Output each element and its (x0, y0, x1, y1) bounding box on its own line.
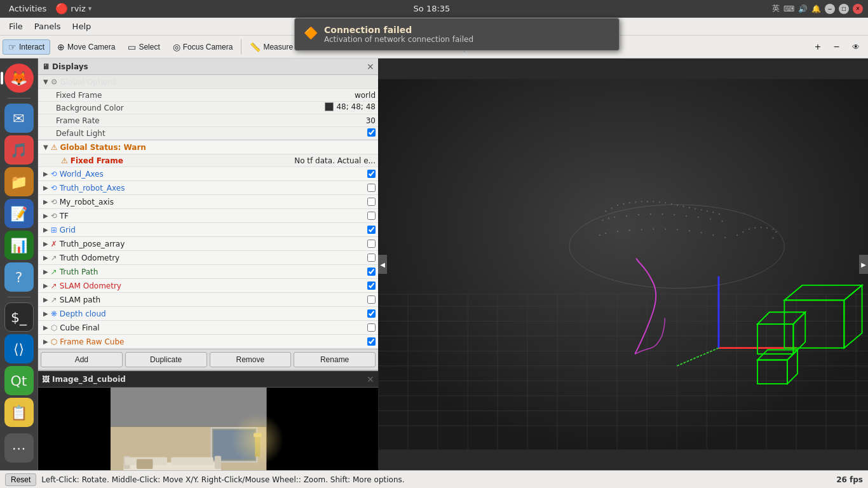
item-icon: ⟲ (51, 212, 57, 220)
rviz-dropdown[interactable]: ▾ (88, 4, 92, 13)
svg-rect-61 (707, 210, 708, 212)
item-checkbox[interactable] (367, 295, 376, 304)
item-checkbox[interactable] (367, 226, 376, 234)
menu-help[interactable]: Help (67, 20, 97, 33)
svg-rect-96 (773, 238, 774, 239)
display-item[interactable]: ▶ ⊞ Grid (38, 223, 378, 237)
display-item[interactable]: ▶ ↗ Truth Odometry (38, 251, 378, 265)
window-minimize[interactable]: – (825, 4, 835, 14)
item-checkbox[interactable] (367, 198, 376, 206)
item-expand[interactable]: ▶ (43, 212, 48, 219)
display-item[interactable]: ▶ ⬡ Frame Raw Cube (38, 335, 378, 349)
global-status-expand[interactable]: ▼ (43, 144, 48, 151)
display-item[interactable]: ▶ ⟲ World_Axes (38, 167, 378, 181)
sidebar-rhythmbox[interactable]: 🎵 (4, 135, 34, 165)
display-item[interactable]: ▶ ↗ SLAM path (38, 293, 378, 307)
display-item[interactable]: ▶ ↗ Truth Path (38, 265, 378, 279)
sidebar-apps[interactable]: ⋯ (4, 433, 34, 463)
activities-button[interactable]: Activities (5, 4, 50, 13)
displays-panel-close[interactable]: ✕ (367, 62, 374, 72)
menu-file[interactable]: File (4, 20, 28, 33)
sidebar-notes[interactable]: 📋 (4, 398, 34, 427)
rename-button[interactable]: Rename (294, 352, 376, 367)
display-item[interactable]: ▶ ⟲ TF (38, 209, 378, 223)
display-item[interactable]: ▶ ✗ Truth_pose_array (38, 237, 378, 251)
item-expand[interactable]: ▶ (43, 338, 48, 345)
item-expand[interactable]: ▶ (43, 184, 48, 191)
sidebar-vscode[interactable]: ⟨⟩ (4, 334, 34, 363)
item-checkbox[interactable] (367, 281, 376, 290)
reset-button[interactable]: Reset (5, 473, 36, 486)
display-item[interactable]: ▶ ⟲ My_robot_axis (38, 195, 378, 209)
3d-viewport[interactable]: ◀ ▶ (378, 58, 868, 470)
svg-rect-78 (617, 231, 618, 232)
svg-rect-70 (662, 214, 663, 215)
item-expand[interactable]: ▶ (43, 296, 48, 303)
item-checkbox[interactable] (367, 240, 376, 248)
system-bar-right: 英 ⌨ 🔊 🔔 – □ × (772, 3, 863, 14)
sidebar-files[interactable]: 🦊 (4, 64, 34, 93)
sidebar-help[interactable]: ? (4, 262, 34, 292)
item-expand[interactable]: ▶ (43, 324, 48, 331)
tool-interact[interactable]: ☞ Interact (3, 39, 50, 55)
displays-scroll[interactable]: ▼ ⚙ Global Options Fixed Frame world Bac… (38, 75, 378, 349)
display-item[interactable]: ▶ ↗ SLAM Odometry (38, 279, 378, 293)
image-panel-close[interactable]: ✕ (367, 374, 374, 384)
item-expand[interactable]: ▶ (43, 170, 48, 177)
svg-rect-95 (775, 231, 776, 233)
item-expand[interactable]: ▶ (43, 198, 48, 205)
item-icon: ❋ (51, 309, 57, 318)
svg-rect-74 (710, 219, 711, 220)
item-expand[interactable]: ▶ (43, 254, 48, 261)
window-maximize[interactable]: □ (839, 4, 849, 14)
tool-camera-view[interactable]: 👁 (846, 40, 865, 54)
item-checkbox[interactable] (367, 212, 376, 220)
sidebar-terminal[interactable]: $_ (4, 302, 34, 332)
item-checkbox[interactable] (367, 170, 376, 178)
tool-add[interactable]: + (809, 39, 826, 55)
display-item[interactable]: ▶ ⬡ Cube Final (38, 321, 378, 335)
window-close[interactable]: × (853, 4, 863, 14)
svg-rect-55 (671, 203, 672, 205)
sidebar-email[interactable]: ✉ (4, 104, 34, 133)
collapse-left-arrow[interactable]: ◀ (378, 255, 387, 274)
bg-color-text: 48; 48; 48 (336, 102, 376, 111)
global-status-row[interactable]: ▼ ⚠ Global Status: Warn (38, 140, 378, 154)
sidebar-files2[interactable]: 📁 (4, 167, 34, 196)
sidebar-qt[interactable]: Qt (4, 366, 34, 395)
item-checkbox[interactable] (367, 337, 376, 346)
collapse-right-arrow[interactable]: ▶ (859, 255, 868, 274)
menu-panels[interactable]: Panels (29, 20, 66, 33)
global-options-row[interactable]: ▼ ⚙ Global Options (38, 75, 378, 89)
item-checkbox[interactable] (367, 309, 376, 318)
tool-focus-camera[interactable]: ◎ Focus Camera (167, 39, 239, 55)
tool-measure[interactable]: 📏 Measure (244, 39, 299, 55)
item-expand[interactable]: ▶ (43, 240, 48, 247)
tool-move-camera[interactable]: ⊕ Move Camera (51, 39, 121, 55)
global-options-expand[interactable]: ▼ (43, 78, 48, 85)
display-item[interactable]: ▶ ❋ Depth cloud (38, 307, 378, 321)
add-button[interactable]: Add (41, 352, 123, 367)
sidebar-writer[interactable]: 📝 (4, 199, 34, 228)
item-expand[interactable]: ▶ (43, 310, 48, 317)
remove-button[interactable]: Remove (210, 352, 292, 367)
item-checkbox[interactable] (367, 323, 376, 332)
svg-rect-90 (749, 229, 750, 230)
tool-minus[interactable]: − (828, 39, 845, 55)
display-item[interactable]: ▶ ⟲ Truth_robot_Axes (38, 181, 378, 195)
item-checkbox[interactable] (367, 184, 376, 192)
volume-icon: 🔊 (798, 4, 808, 13)
item-expand[interactable]: ▶ (43, 226, 48, 233)
default-light-checkbox[interactable] (367, 128, 376, 137)
item-icon: ↗ (51, 295, 57, 304)
lang-indicator[interactable]: 英 (772, 3, 780, 14)
duplicate-button[interactable]: Duplicate (125, 352, 207, 367)
item-checkbox[interactable] (367, 268, 376, 276)
item-checkbox[interactable] (367, 254, 376, 262)
item-expand[interactable]: ▶ (43, 282, 48, 289)
svg-rect-14 (137, 459, 153, 469)
svg-rect-84 (689, 230, 690, 231)
sidebar-calc[interactable]: 📊 (4, 231, 34, 260)
item-expand[interactable]: ▶ (43, 268, 48, 275)
tool-select[interactable]: ▭ Select (122, 39, 165, 55)
